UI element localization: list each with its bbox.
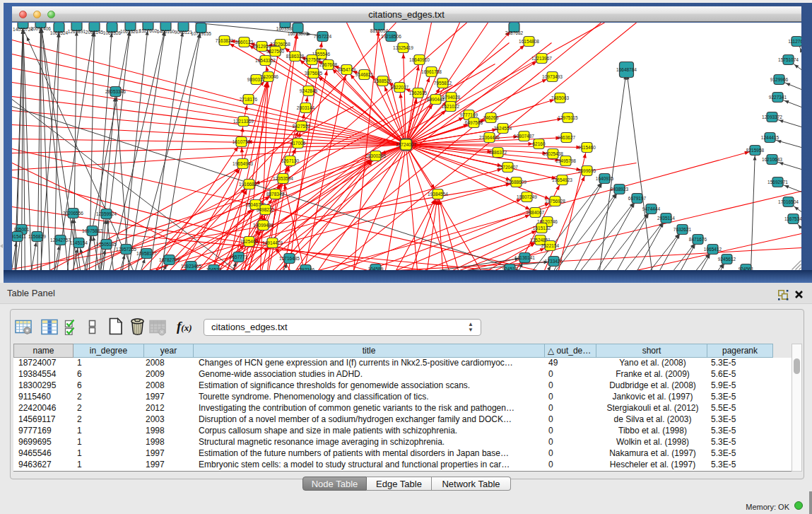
svg-text:924561: 924561 [738,266,753,270]
svg-text:8215958: 8215958 [746,147,764,152]
svg-text:18724007: 18724007 [396,141,416,146]
svg-text:16923465: 16923465 [181,263,201,268]
svg-text:3267130: 3267130 [281,158,299,163]
svg-text:3915411: 3915411 [12,233,26,238]
svg-text:2935114: 2935114 [657,215,675,220]
svg-text:7957224: 7957224 [313,33,331,38]
svg-text:2803144: 2803144 [296,105,314,110]
svg-text:8427552: 8427552 [292,123,310,128]
svg-text:2098145: 2098145 [85,29,103,34]
svg-text:835001: 835001 [13,226,29,231]
svg-text:9242848: 9242848 [299,88,317,93]
svg-text:10958127: 10958127 [136,250,157,255]
svg-text:28053346: 28053346 [105,88,126,93]
svg-text:7632621: 7632621 [673,226,691,231]
svg-text:1603380: 1603380 [276,25,294,30]
svg-text:12975115: 12975115 [558,115,578,119]
svg-text:1640935: 1640935 [595,175,613,180]
svg-text:8912954: 8912954 [252,43,271,48]
svg-text:18640910: 18640910 [409,57,430,62]
svg-text:16961758: 16961758 [421,69,442,74]
svg-text:1362635: 1362635 [408,90,427,95]
svg-text:12942757: 12942757 [50,237,71,242]
svg-text:6794028: 6794028 [442,94,460,99]
svg-text:7163822: 7163822 [215,37,233,42]
svg-text:9463627: 9463627 [557,134,575,139]
svg-text:6679197: 6679197 [628,195,646,200]
svg-text:2687682: 2687682 [505,30,523,35]
svg-text:7625402: 7625402 [240,238,258,243]
svg-text:1145154: 1145154 [70,240,88,245]
svg-text:1065412: 1065412 [703,246,722,251]
svg-text:20206556: 20206556 [63,210,83,215]
svg-text:8813054: 8813054 [370,28,388,33]
svg-text:19654923: 19654923 [552,177,572,182]
svg-text:6466160: 6466160 [156,28,175,33]
svg-text:15720407: 15720407 [498,164,518,169]
svg-text:7485063: 7485063 [551,95,569,100]
svg-text:3875685: 3875685 [304,70,322,75]
svg-text:13325419: 13325419 [393,45,413,49]
svg-text:1065326: 1065326 [102,30,121,35]
svg-text:1527602: 1527602 [139,28,157,33]
svg-text:19654943: 19654943 [233,160,253,165]
svg-text:1065524: 1065524 [49,30,68,35]
svg-text:12359924: 12359924 [96,211,117,216]
svg-text:9245612: 9245612 [717,256,736,261]
svg-text:12213369: 12213369 [233,118,254,123]
svg-text:9129966: 9129966 [770,76,788,81]
svg-text:9827500: 9827500 [266,48,284,53]
svg-text:16648784: 16648784 [616,66,637,71]
svg-text:1733426: 1733426 [544,258,563,263]
svg-text:2588520: 2588520 [373,78,392,83]
svg-text:8938923: 8938923 [610,186,628,191]
svg-text:3624554: 3624554 [493,125,512,130]
svg-text:6497568: 6497568 [464,119,483,124]
svg-text:9884067: 9884067 [526,209,544,214]
svg-text:2367608: 2367608 [319,62,337,66]
svg-text:14099489: 14099489 [253,222,273,227]
svg-text:12353594: 12353594 [273,175,293,180]
svg-text:16543362: 16543362 [255,57,276,62]
svg-text:1621022: 1621022 [441,103,459,108]
svg-text:16033809: 16033809 [288,30,308,35]
svg-text:8322037: 8322037 [390,84,408,89]
svg-text:924517: 924517 [502,266,517,270]
svg-text:12213967: 12213967 [531,55,552,60]
svg-text:14136141: 14136141 [514,255,535,259]
svg-text:1156829: 1156829 [28,233,46,238]
svg-text:10653267: 10653267 [120,28,141,33]
svg-text:19218506: 19218506 [381,33,401,38]
svg-text:1167534: 1167534 [784,216,801,221]
svg-text:12505185: 12505185 [96,241,117,246]
svg-text:3498222: 3498222 [256,206,274,211]
svg-text:15692971: 15692971 [767,179,788,184]
svg-text:15751074: 15751074 [778,57,799,62]
svg-text:1610755: 1610755 [232,139,250,144]
svg-text:1292346: 1292346 [296,267,314,270]
svg-text:19756928: 19756928 [545,198,565,203]
svg-text:1615132: 1615132 [532,225,551,230]
svg-text:20091406: 20091406 [30,25,51,30]
svg-text:16782759: 16782759 [159,257,180,262]
svg-text:23226058: 23226058 [270,41,290,46]
svg-text:2522154: 2522154 [541,243,559,247]
svg-text:2718176: 2718176 [239,96,257,101]
svg-text:10807487: 10807487 [514,133,534,138]
svg-text:1265891: 1265891 [67,28,86,33]
svg-text:19384554: 19384554 [428,191,448,196]
svg-text:16210643: 16210643 [762,156,782,161]
svg-text:15716485: 15716485 [279,255,300,260]
svg-text:9657771: 9657771 [229,254,247,259]
svg-text:746266: 746266 [483,115,498,119]
svg-text:62160: 62160 [532,141,545,146]
svg-text:9777169: 9777169 [459,112,478,117]
svg-text:9046121: 9046121 [174,29,192,34]
svg-text:19495798: 19495798 [555,158,576,163]
svg-text:8454749: 8454749 [337,66,355,71]
svg-text:10719155: 10719155 [191,30,211,35]
svg-text:14914479: 14914479 [262,240,283,245]
svg-text:17016504: 17016504 [778,199,799,204]
svg-text:9890317: 9890317 [247,76,265,81]
svg-text:9474444: 9474444 [642,206,660,211]
